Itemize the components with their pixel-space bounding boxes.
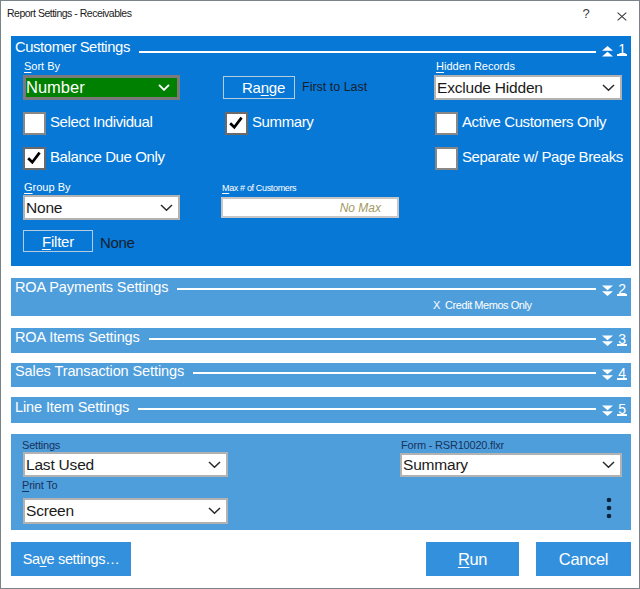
hidden-records-select[interactable]: Exclude Hidden bbox=[434, 75, 622, 100]
save-settings-button[interactable]: Save settings… bbox=[11, 542, 131, 576]
chevron-down-icon bbox=[208, 461, 221, 469]
sort-by-value: Number bbox=[26, 78, 158, 97]
more-options-button[interactable] bbox=[604, 495, 614, 521]
header-rule bbox=[149, 338, 596, 340]
header-rule bbox=[139, 51, 596, 53]
filter-button[interactable]: Filter bbox=[23, 230, 93, 252]
hidden-records-value: Exclude Hidden bbox=[436, 79, 602, 97]
check-icon bbox=[227, 114, 245, 132]
section-number[interactable]: 5 bbox=[617, 404, 627, 416]
ellipsis-icon bbox=[604, 495, 614, 521]
sort-by-label: Sort By bbox=[24, 60, 60, 72]
page-breaks-label: Separate w/ Page Breaks bbox=[462, 145, 623, 168]
range-value: First to Last bbox=[302, 77, 367, 97]
close-icon bbox=[616, 12, 628, 22]
run-button[interactable]: Run bbox=[426, 542, 519, 576]
roa-items-header: ROA Items Settings 3 bbox=[15, 330, 627, 350]
close-button[interactable] bbox=[616, 8, 628, 18]
settings-select[interactable]: Last Used bbox=[23, 452, 228, 477]
line-item-title: Line Item Settings bbox=[15, 399, 129, 415]
chevron-down-icon bbox=[208, 507, 221, 515]
sales-transaction-title: Sales Transaction Settings bbox=[15, 363, 184, 379]
chevron-down-icon bbox=[158, 84, 170, 91]
group-by-value: None bbox=[25, 199, 160, 217]
window-title: Report Settings - Receivables bbox=[7, 7, 131, 19]
help-button[interactable]: ? bbox=[577, 5, 595, 23]
range-button[interactable]: Range bbox=[223, 76, 295, 99]
expand-section-icon[interactable] bbox=[602, 335, 613, 346]
select-individual-checkbox[interactable] bbox=[23, 112, 46, 135]
roa-payments-header: ROA Payments Settings 2 bbox=[15, 280, 627, 300]
balance-due-checkbox[interactable] bbox=[23, 147, 46, 170]
roa-items-title: ROA Items Settings bbox=[15, 329, 140, 345]
expand-section-icon[interactable] bbox=[602, 369, 613, 380]
print-to-label: Print To bbox=[22, 479, 58, 491]
chevron-down-icon bbox=[160, 204, 173, 212]
select-individual-label: Select Individual bbox=[50, 110, 152, 133]
header-rule bbox=[138, 408, 596, 410]
roa-payments-title: ROA Payments Settings bbox=[15, 279, 168, 295]
section-number[interactable]: 4 bbox=[617, 368, 627, 380]
section-number[interactable]: 1 bbox=[617, 44, 627, 56]
sales-transaction-header: Sales Transaction Settings 4 bbox=[15, 364, 627, 384]
check-icon bbox=[25, 149, 43, 167]
collapse-section-icon[interactable] bbox=[602, 46, 613, 57]
active-customers-label: Active Customers Only bbox=[462, 110, 606, 133]
expand-section-icon[interactable] bbox=[602, 405, 613, 416]
section-number[interactable]: 3 bbox=[617, 334, 627, 346]
header-rule bbox=[193, 372, 596, 374]
section-number[interactable]: 2 bbox=[617, 284, 627, 296]
filter-value: None bbox=[100, 232, 135, 254]
customer-settings-header: Customer Settings 1 bbox=[15, 40, 627, 62]
chevron-down-icon bbox=[602, 461, 615, 469]
page-breaks-checkbox[interactable] bbox=[435, 147, 458, 170]
form-select[interactable]: Summary bbox=[400, 453, 622, 477]
balance-due-label: Balance Due Only bbox=[50, 145, 165, 168]
settings-label: Settings bbox=[22, 439, 60, 451]
form-value: Summary bbox=[402, 456, 602, 474]
customer-settings-title: Customer Settings bbox=[15, 39, 130, 55]
summary-label: Summary bbox=[252, 110, 313, 133]
group-by-select[interactable]: None bbox=[23, 195, 180, 220]
summary-checkbox[interactable] bbox=[225, 112, 248, 135]
group-by-label: Group By bbox=[24, 181, 70, 193]
line-item-header: Line Item Settings 5 bbox=[15, 400, 627, 420]
sort-by-select[interactable]: Number bbox=[23, 75, 180, 100]
settings-value: Last Used bbox=[25, 456, 208, 474]
cancel-button[interactable]: Cancel bbox=[536, 542, 631, 576]
max-customers-input[interactable]: No Max bbox=[221, 197, 399, 218]
chevron-down-icon bbox=[602, 84, 615, 92]
active-customers-checkbox[interactable] bbox=[435, 112, 458, 135]
hidden-records-label: Hidden Records bbox=[436, 60, 515, 72]
max-customers-placeholder: No Max bbox=[340, 201, 397, 215]
max-customers-label: Max # of Customers bbox=[222, 183, 296, 193]
header-rule bbox=[177, 288, 596, 290]
expand-section-icon[interactable] bbox=[602, 285, 613, 296]
roa-payments-note: X Credit Memos Only bbox=[433, 299, 532, 311]
report-settings-dialog: Report Settings - Receivables ? Customer… bbox=[0, 0, 640, 589]
print-to-value: Screen bbox=[25, 502, 208, 520]
form-label: Form - RSR10020.flxr bbox=[401, 439, 504, 451]
print-to-select[interactable]: Screen bbox=[23, 498, 228, 524]
